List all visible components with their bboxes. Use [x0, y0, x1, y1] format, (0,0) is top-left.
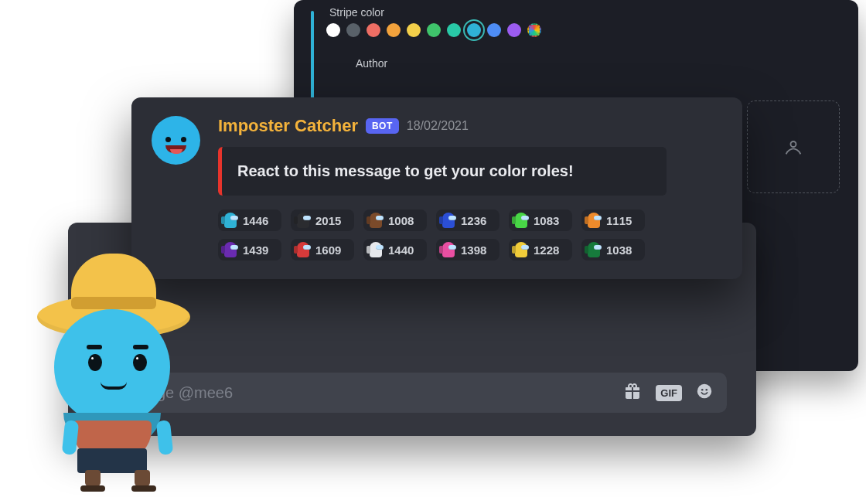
reaction-count: 1398: [461, 243, 486, 257]
reaction-lime[interactable]: 1083: [509, 209, 572, 231]
swatch-cyan[interactable]: [467, 23, 481, 37]
reaction-count: 2015: [315, 214, 341, 227]
reaction-cyan[interactable]: 1446: [218, 209, 281, 231]
message-embed: React to this message to get your color …: [218, 147, 667, 196]
svg-point-2: [701, 389, 704, 391]
emoji-icon[interactable]: [696, 383, 713, 403]
crewmate-icon: [515, 242, 527, 257]
bot-tag: BOT: [366, 118, 399, 134]
swatch-green[interactable]: [427, 23, 441, 37]
reaction-count: 1115: [606, 214, 632, 227]
reaction-brown[interactable]: 1008: [363, 209, 427, 231]
embed-text: React to this message to get your color …: [237, 161, 651, 182]
reaction-count: 1609: [315, 243, 341, 257]
crewmate-icon: [588, 242, 600, 257]
swatch-orange[interactable]: [387, 23, 401, 37]
svg-point-3: [705, 389, 707, 391]
swatch-slate[interactable]: [346, 23, 360, 37]
reaction-count: 1228: [534, 243, 559, 257]
gif-button[interactable]: GIF: [656, 385, 682, 401]
crewmate-icon: [370, 213, 382, 228]
reaction-count: 1008: [388, 214, 414, 227]
swatch-purple[interactable]: [507, 23, 521, 37]
reaction-count: 1236: [461, 214, 486, 227]
crewmate-icon: [588, 213, 600, 228]
crewmate-icon: [297, 213, 309, 228]
reaction-black[interactable]: 2015: [291, 209, 354, 231]
settings-stripe: [311, 11, 314, 104]
swatch-rainbow[interactable]: [527, 23, 541, 37]
reaction-bar: 1446201510081236108311151439160914401398…: [218, 209, 682, 261]
crewmate-icon: [224, 213, 237, 228]
reaction-count: 1439: [243, 243, 268, 257]
reaction-green[interactable]: 1038: [581, 239, 645, 261]
reaction-pink[interactable]: 1398: [436, 239, 499, 261]
reaction-red[interactable]: 1609: [291, 239, 354, 261]
author-image-dropzone[interactable]: [747, 100, 840, 193]
svg-point-1: [697, 384, 711, 398]
crewmate-icon: [442, 242, 455, 257]
crewmate-icon: [297, 242, 309, 257]
image-placeholder-icon: [782, 136, 804, 158]
reaction-count: 1083: [534, 214, 559, 227]
message-card: Imposter Catcher BOT 18/02/2021 React to…: [131, 97, 742, 279]
reaction-orange[interactable]: 1115: [581, 209, 645, 231]
stripe-color-label: Stripe color: [329, 6, 384, 19]
reaction-blue[interactable]: 1236: [436, 209, 499, 231]
reaction-white[interactable]: 1440: [363, 239, 427, 261]
swatch-blue[interactable]: [487, 23, 501, 37]
message-timestamp: 18/02/2021: [407, 119, 469, 133]
author-name[interactable]: Imposter Catcher: [218, 116, 358, 136]
author-avatar[interactable]: [152, 116, 200, 165]
reaction-count: 1440: [388, 243, 414, 257]
crewmate-icon: [442, 213, 455, 228]
crewmate-icon: [224, 242, 237, 257]
swatch-red[interactable]: [367, 23, 380, 37]
swatch-yellow[interactable]: [407, 23, 421, 37]
crewmate-icon: [370, 242, 382, 257]
reaction-purple[interactable]: 1439: [218, 239, 281, 261]
swatch-white[interactable]: [326, 23, 340, 37]
mascot-character: [32, 238, 203, 501]
reaction-count: 1038: [606, 243, 632, 257]
crewmate-icon: [515, 213, 527, 228]
swatch-teal[interactable]: [447, 23, 461, 37]
svg-point-0: [791, 141, 796, 147]
reaction-count: 1446: [243, 214, 268, 227]
gift-icon[interactable]: [623, 382, 642, 404]
author-label: Author: [356, 57, 387, 70]
reaction-yellow[interactable]: 1228: [509, 239, 572, 261]
stripe-color-swatches: [326, 23, 541, 37]
